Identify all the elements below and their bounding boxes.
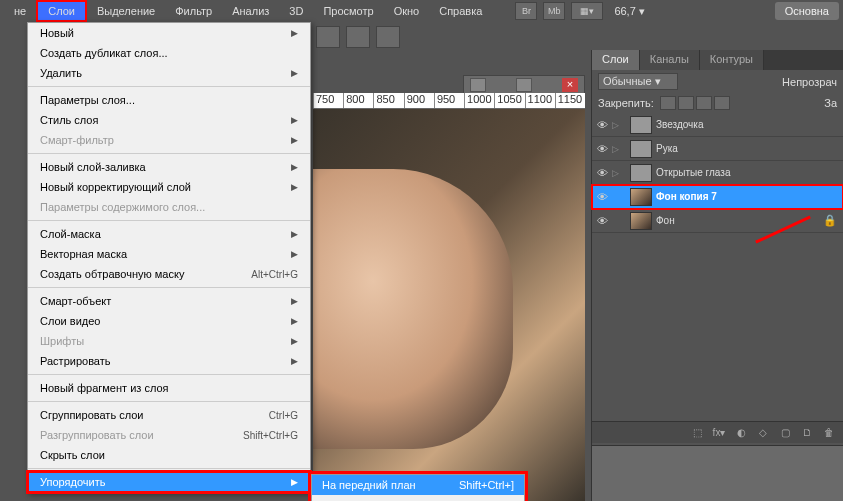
menu-vector-mask[interactable]: Векторная маска▶ [28,244,310,264]
layer-name[interactable]: Фон копия 7 [656,191,843,202]
adjustment-icon[interactable]: ◇ [753,425,773,441]
panel-bottom-area [592,445,843,501]
tab-channels[interactable]: Каналы [640,50,700,70]
new-layer-icon[interactable]: 🗋 [797,425,817,441]
menu-hide-layers[interactable]: Скрыть слои [28,445,310,465]
tab-paths[interactable]: Контуры [700,50,764,70]
tool-opt-1[interactable] [316,26,340,48]
layer-name[interactable]: Открытые глаза [656,167,843,178]
menu-3d[interactable]: 3D [279,2,313,20]
lock-position-icon[interactable] [678,96,694,110]
folder-icon [630,164,652,182]
menu-smart-object[interactable]: Смарт-объект▶ [28,291,310,311]
menu-type: Шрифты▶ [28,331,310,351]
expand-icon[interactable]: ▷ [612,168,626,178]
layer-row[interactable]: 👁 ▷ Звездочка [592,113,843,137]
menu-new-adjust[interactable]: Новый корректирующий слой▶ [28,177,310,197]
visibility-icon[interactable]: 👁 [592,215,612,227]
layers-menu-dropdown: Новый▶ Создать дубликат слоя... Удалить▶… [27,22,311,493]
lock-label: Закрепить: [598,97,654,109]
tab-layers[interactable]: Слои [592,50,640,70]
menu-ungroup: Разгруппировать слоиShift+Ctrl+G [28,425,310,445]
menu-view[interactable]: Просмотр [313,2,383,20]
close-icon[interactable]: × [562,78,578,92]
menu-prev[interactable]: не [4,2,36,20]
arrange-icon[interactable]: ▦▾ [571,2,603,20]
menu-rasterize[interactable]: Растрировать▶ [28,351,310,371]
menubar: не Слои Выделение Фильтр Анализ 3D Просм… [0,0,843,22]
minimize-icon[interactable] [470,78,486,92]
trash-icon[interactable]: 🗑 [819,425,839,441]
folder-icon [630,116,652,134]
menu-group[interactable]: Сгруппировать слоиCtrl+G [28,405,310,425]
canvas[interactable] [313,109,585,501]
menu-layers[interactable]: Слои [36,0,87,22]
tool-opt-2[interactable] [346,26,370,48]
canvas-image [313,169,513,449]
menu-filter[interactable]: Фильтр [165,2,222,20]
menu-smart-filter: Смарт-фильтр▶ [28,130,310,150]
layer-row[interactable]: 👁 ▷ Открытые глаза [592,161,843,185]
visibility-icon[interactable]: 👁 [592,143,612,155]
bridge-icon[interactable]: Br [515,2,537,20]
visibility-icon[interactable]: 👁 [592,167,612,179]
link-layers-icon[interactable]: ⬚ [687,425,707,441]
fill-label: За [824,97,837,109]
lock-all-icon[interactable] [696,96,712,110]
menu-select[interactable]: Выделение [87,2,165,20]
layer-name[interactable]: Рука [656,143,843,154]
visibility-icon[interactable]: 👁 [592,119,612,131]
lock-fill-icon[interactable] [714,96,730,110]
mask-icon[interactable]: ◐ [731,425,751,441]
group-icon[interactable]: ▢ [775,425,795,441]
menu-new-fill[interactable]: Новый слой-заливка▶ [28,157,310,177]
menu-layer-style[interactable]: Стиль слоя▶ [28,110,310,130]
panel-tabs: Слои Каналы Контуры [592,50,843,70]
blend-mode-select[interactable]: Обычные ▾ [598,73,678,90]
menu-arrange[interactable]: Упорядочить▶ [28,472,310,492]
options-bar [310,22,406,52]
visibility-icon[interactable]: 👁 [592,191,612,203]
fx-icon[interactable]: fx▾ [709,425,729,441]
workspace-button[interactable]: Основна [775,2,839,20]
arrange-submenu: На передний планShift+Ctrl+] Переложить … [311,474,525,501]
layer-thumbnail[interactable] [630,188,652,206]
menu-duplicate-layer[interactable]: Создать дубликат слоя... [28,43,310,63]
layers-panel-footer: ⬚ fx▾ ◐ ◇ ▢ 🗋 🗑 [592,421,843,443]
submenu-bring-forward[interactable]: Переложить впередCtrl+] [312,495,524,501]
layers-panel: Слои Каналы Контуры Обычные ▾ Непрозрач … [591,50,843,501]
folder-icon [630,140,652,158]
opacity-label: Непрозрач [782,76,837,88]
menu-analysis[interactable]: Анализ [222,2,279,20]
document-window-controls: × [463,75,585,95]
menu-video-layers[interactable]: Слои видео▶ [28,311,310,331]
menu-window[interactable]: Окно [384,2,430,20]
lock-icon: 🔒 [823,214,837,227]
expand-icon[interactable]: ▷ [612,144,626,154]
expand-icon[interactable]: ▷ [612,120,626,130]
ruler-horizontal: 7508008509009501000105011001150 [313,93,585,109]
menu-help[interactable]: Справка [429,2,492,20]
menu-new-slice[interactable]: Новый фрагмент из слоя [28,378,310,398]
menu-clipping-mask[interactable]: Создать обтравочную маскуAlt+Ctrl+G [28,264,310,284]
tool-opt-3[interactable] [376,26,400,48]
mb-icon[interactable]: Mb [543,2,565,20]
layer-name[interactable]: Звездочка [656,119,843,130]
lock-pixels-icon[interactable] [660,96,676,110]
menu-content-opts: Параметры содержимого слоя... [28,197,310,217]
maximize-icon[interactable] [516,78,532,92]
menu-layer-props[interactable]: Параметры слоя... [28,90,310,110]
layer-row[interactable]: 👁 Фон 🔒 [592,209,843,233]
layer-row[interactable]: 👁 ▷ Рука [592,137,843,161]
menu-delete[interactable]: Удалить▶ [28,63,310,83]
layer-thumbnail[interactable] [630,212,652,230]
zoom-level[interactable]: 66,7 ▾ [606,5,652,18]
menu-new[interactable]: Новый▶ [28,23,310,43]
layer-row-selected[interactable]: 👁 Фон копия 7 [592,185,843,209]
menu-layer-mask[interactable]: Слой-маска▶ [28,224,310,244]
submenu-bring-front[interactable]: На передний планShift+Ctrl+] [312,475,524,495]
lock-buttons [660,96,730,110]
layers-list: 👁 ▷ Звездочка 👁 ▷ Рука 👁 ▷ Открытые глаз… [592,113,843,233]
